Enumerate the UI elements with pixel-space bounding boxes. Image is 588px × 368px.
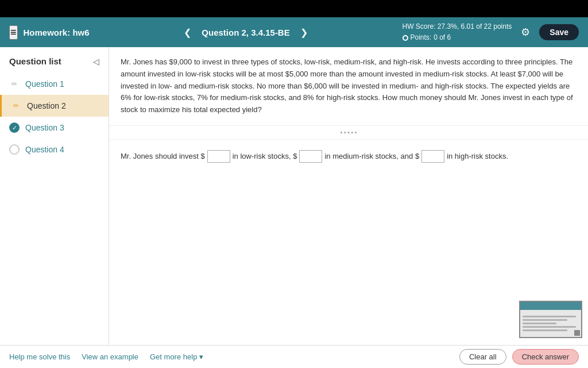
sidebar-item-question1[interactable]: ✏ Question 1 [0, 73, 109, 95]
points-row: Points: 0 of 6 [403, 32, 512, 43]
question-label: Question 2, 3.4.15-BE [202, 28, 289, 37]
active-icon: ✏ [11, 101, 21, 111]
next-question-button[interactable]: ❯ [296, 25, 312, 40]
sidebar-item-question2[interactable]: ✏ Question 2 [0, 95, 109, 117]
score-section: HW Score: 27.3%, 6.01 of 22 points Point… [403, 21, 512, 43]
homework-label: Homework: [24, 28, 71, 37]
prev-question-button[interactable]: ❮ [179, 25, 196, 40]
points-value: 0 of 6 [434, 32, 451, 43]
divider: • • • • • [109, 126, 588, 140]
thumb-line-5 [523, 329, 567, 331]
clear-all-button[interactable]: Clear all [459, 349, 506, 365]
settings-button[interactable]: ⚙ [521, 26, 530, 39]
answer-suffix: in high-risk stocks. [447, 149, 508, 164]
get-more-help-label: Get more help [150, 352, 197, 361]
header-title: Homework: hw6 [24, 28, 90, 37]
pencil-icon: ✏ [9, 79, 20, 89]
footer-left: Help me solve this View an example Get m… [9, 352, 448, 361]
sidebar-item-question4[interactable]: Question 4 [0, 139, 109, 160]
thumbnail-overlay [519, 301, 582, 338]
thumbnail-inner [520, 302, 581, 337]
answer-prefix: Mr. Jones should invest $ [121, 149, 205, 164]
check-icon: ✓ [9, 122, 20, 133]
problem-text: Mr. Jones has $9,000 to invest in three … [109, 47, 588, 126]
hw-score: HW Score: 27.3%, 6.01 of 22 points [403, 21, 512, 32]
sidebar-title: Question list [9, 56, 61, 66]
sidebar: Question list ◁ ✏ Question 1 ✏ Question … [0, 47, 109, 345]
points-circle-icon [403, 35, 408, 41]
circle-icon [9, 144, 20, 155]
content-area: Mr. Jones has $9,000 to invest in three … [109, 47, 588, 345]
question2-label: Question 2 [27, 101, 66, 110]
homework-name: hw6 [72, 28, 89, 37]
thumb-line-1 [523, 316, 576, 317]
thumbnail-corner-icon [574, 330, 580, 336]
footer-right: Clear all Check answer [459, 349, 579, 365]
medium-risk-input[interactable] [299, 150, 322, 163]
thumb-line-3 [523, 323, 556, 324]
answer-middle2: in medium-risk stocks, and $ [324, 149, 419, 164]
main-layout: Question list ◁ ✏ Question 1 ✏ Question … [0, 47, 588, 345]
dropdown-icon: ▾ [199, 352, 203, 361]
hw-score-value: 27.3%, 6.01 of 22 points [438, 22, 512, 30]
sidebar-collapse-button[interactable]: ◁ [93, 57, 99, 66]
check-answer-button[interactable]: Check answer [512, 349, 579, 365]
view-example-button[interactable]: View an example [82, 352, 138, 361]
high-risk-input[interactable] [421, 150, 444, 163]
get-more-help-button[interactable]: Get more help ▾ [150, 352, 203, 361]
help-me-solve-button[interactable]: Help me solve this [9, 352, 70, 361]
hw-score-label: HW Score: [403, 22, 436, 30]
answer-section: Mr. Jones should invest $ in low-risk st… [109, 140, 588, 173]
low-risk-input[interactable] [207, 150, 230, 163]
footer: Help me solve this View an example Get m… [0, 345, 588, 368]
header: ≡ Homework: hw6 ❮ Question 2, 3.4.15-BE … [0, 17, 588, 47]
sidebar-item-question3[interactable]: ✓ Question 3 [0, 117, 109, 139]
header-left: ≡ Homework: hw6 [9, 25, 90, 40]
answer-middle1: in low-risk stocks, $ [233, 149, 297, 164]
thumbnail-lines [520, 310, 581, 335]
hamburger-menu-button[interactable]: ≡ [9, 25, 18, 40]
sidebar-header: Question list ◁ [0, 56, 109, 73]
question4-label: Question 4 [25, 145, 64, 154]
top-bar [0, 0, 588, 17]
question1-label: Question 1 [25, 79, 64, 89]
points-label: Points: [411, 32, 432, 43]
thumb-line-2 [523, 319, 567, 321]
header-right: HW Score: 27.3%, 6.01 of 22 points Point… [403, 21, 579, 43]
save-button[interactable]: Save [539, 24, 579, 40]
thumb-line-4 [523, 326, 576, 328]
question3-label: Question 3 [25, 123, 64, 132]
header-center: ❮ Question 2, 3.4.15-BE ❯ [96, 25, 396, 40]
